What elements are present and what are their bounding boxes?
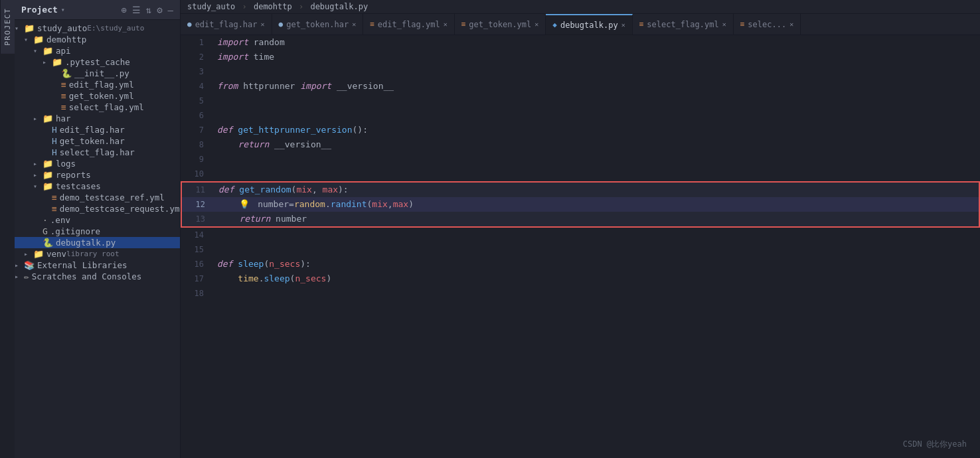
line-content: return number <box>212 212 979 226</box>
collapse-all-icon[interactable]: ☰ <box>132 5 141 15</box>
tab-label: selec... <box>748 20 786 29</box>
line-content <box>210 64 980 79</box>
line-number: 11 <box>182 183 212 197</box>
project-sidebar-vertical-label[interactable]: Project <box>0 0 15 54</box>
tree-item-select_flag_har[interactable]: Hselect_flag.har <box>15 147 180 158</box>
code-token: sleep <box>238 259 264 269</box>
code-line: 3 <box>181 64 980 79</box>
tree-item-demo_testcase_request[interactable]: ≡demo_testcase_request.yml <box>15 203 180 214</box>
tab-close-icon[interactable]: ✕ <box>621 21 625 29</box>
locate-icon[interactable]: ⊕ <box>121 5 126 15</box>
tab-get_token_har[interactable]: ●get_token.har✕ <box>272 14 364 35</box>
tree-item-scratches[interactable]: ▸✏Scratches and Consoles <box>15 271 180 282</box>
tree-item-__init__[interactable]: 🐍__init__.py <box>15 68 180 79</box>
tree-item-label: Scratches and Consoles <box>32 271 142 281</box>
line-content <box>210 108 980 123</box>
code-token: return <box>238 139 269 149</box>
line-content: 💡 number=random.randint(mix,max) <box>212 197 979 212</box>
tree-item-gitignore[interactable]: G.gitignore <box>15 226 180 237</box>
code-token: max <box>393 199 408 209</box>
yml-file-icon: ≡ <box>52 204 57 214</box>
tree-item-debugtalk[interactable]: 🐍debugtalk.py <box>15 237 180 248</box>
code-line: 10 <box>181 167 980 181</box>
code-token: random <box>248 37 285 47</box>
tab-edit_flag_har[interactable]: ●edit_flag.har✕ <box>181 14 272 35</box>
tab-close-icon[interactable]: ✕ <box>534 21 538 28</box>
breadcrumb-part[interactable]: study_auto <box>187 2 235 11</box>
code-token: __version__ <box>331 81 394 91</box>
code-token: . <box>325 199 331 209</box>
tree-item-select_flag_yml[interactable]: ≡select_flag.yml <box>15 102 180 113</box>
code-token: , <box>388 199 393 209</box>
tab-get_token_yml[interactable]: ≡get_token.yml✕ <box>455 14 546 35</box>
har-file-icon: H <box>52 125 57 135</box>
code-line: 17 time.sleep(n_secs) <box>181 271 980 286</box>
tab-close-icon[interactable]: ✕ <box>261 21 265 28</box>
dropdown-arrow-icon[interactable]: ▾ <box>61 6 65 13</box>
breadcrumb-part[interactable]: debugtalk.py <box>310 2 368 11</box>
tree-item-get_token_har[interactable]: Hget_token.har <box>15 135 180 147</box>
close-panel-icon[interactable]: — <box>168 5 173 15</box>
code-token: (): <box>353 125 368 135</box>
tree-item-label: venv <box>46 249 66 259</box>
tree-item-har[interactable]: ▸📁har <box>15 113 180 124</box>
tree-item-demo_testcase_ref[interactable]: ≡demo_testcase_ref.yml <box>15 192 180 203</box>
folder-icon: 📁 <box>33 35 44 44</box>
line-content: time.sleep(n_secs) <box>210 271 980 286</box>
code-token <box>217 273 238 283</box>
tree-item-study_auto[interactable]: ▾📁study_auto E:\study_auto <box>15 23 180 34</box>
tree-item-testcases[interactable]: ▾📁testcases <box>15 181 180 192</box>
code-token: from <box>217 81 238 91</box>
tree-item-edit_flag_yml[interactable]: ≡edit_flag.yml <box>15 79 180 90</box>
tab-close-icon[interactable]: ✕ <box>444 21 448 28</box>
tree-item-venv[interactable]: ▸📁venv library root <box>15 248 180 260</box>
line-content: import random <box>210 35 980 50</box>
tab-select_flag_yml[interactable]: ≡select_flag.yml✕ <box>633 14 734 35</box>
line-content <box>210 286 980 301</box>
code-token: n_secs <box>295 273 326 283</box>
code-token: 💡 <box>239 199 250 209</box>
tab-close-icon[interactable]: ✕ <box>789 21 793 28</box>
tree-item-demohttp[interactable]: ▾📁demohttp <box>15 34 180 45</box>
line-number: 5 <box>181 94 210 108</box>
tree-item-edit_flag_har[interactable]: Hedit_flag.har <box>15 124 180 135</box>
project-dropdown[interactable]: Project <box>21 5 58 15</box>
tree-item-label: External Libraries <box>37 260 127 270</box>
code-token: max <box>323 185 338 194</box>
yml-icon: ≡ <box>639 20 644 29</box>
tree-item-reports[interactable]: ▸📁reports <box>15 169 180 181</box>
breadcrumb-part[interactable]: demohttp <box>254 2 292 11</box>
yml-file-icon: ≡ <box>61 80 66 90</box>
tab-close-icon[interactable]: ✕ <box>722 21 726 28</box>
yml-file-icon: ≡ <box>52 192 57 202</box>
line-content: import time <box>210 50 980 64</box>
line-content: def get_random(mix, max): <box>212 183 979 197</box>
code-line: 13 return number <box>182 212 979 226</box>
expand-icon[interactable]: ⇅ <box>146 5 151 15</box>
line-number: 7 <box>181 123 210 137</box>
file-tree: ▾📁study_auto E:\study_auto▾📁demohttp▾📁ap… <box>15 20 180 458</box>
tree-item-get_token_yml[interactable]: ≡get_token.yml <box>15 90 180 102</box>
line-number: 9 <box>181 152 210 167</box>
code-line: 5 <box>181 94 980 108</box>
tree-item-ext_libs[interactable]: ▸📚External Libraries <box>15 260 180 271</box>
code-token: get_httprunner_version <box>238 125 352 135</box>
tab-select_flag_more[interactable]: ≡selec...✕ <box>734 14 801 35</box>
code-token: ): <box>300 259 311 269</box>
folder-icon: 📁 <box>52 57 62 67</box>
line-number: 6 <box>181 108 210 123</box>
code-token: import <box>300 81 331 91</box>
tab-close-icon[interactable]: ✕ <box>352 21 356 28</box>
tree-item-pytest_cache[interactable]: ▸📁.pytest_cache <box>15 56 180 68</box>
tree-item-label: .env <box>50 215 70 225</box>
tab-edit_flag_yml[interactable]: ≡edit_flag.yml✕ <box>363 14 455 35</box>
tab-debugtalk_py[interactable]: ◆debugtalk.py✕ <box>546 14 632 35</box>
code-line: 18 <box>181 286 980 301</box>
settings-icon[interactable]: ⚙ <box>157 5 162 15</box>
code-token: get_random <box>239 185 291 194</box>
line-content <box>210 94 980 108</box>
code-line: 14 <box>181 228 980 242</box>
tree-item-api[interactable]: ▾📁api <box>15 45 180 56</box>
tree-item-logs[interactable]: ▸📁logs <box>15 158 180 169</box>
tree-item-env[interactable]: ·.env <box>15 214 180 226</box>
